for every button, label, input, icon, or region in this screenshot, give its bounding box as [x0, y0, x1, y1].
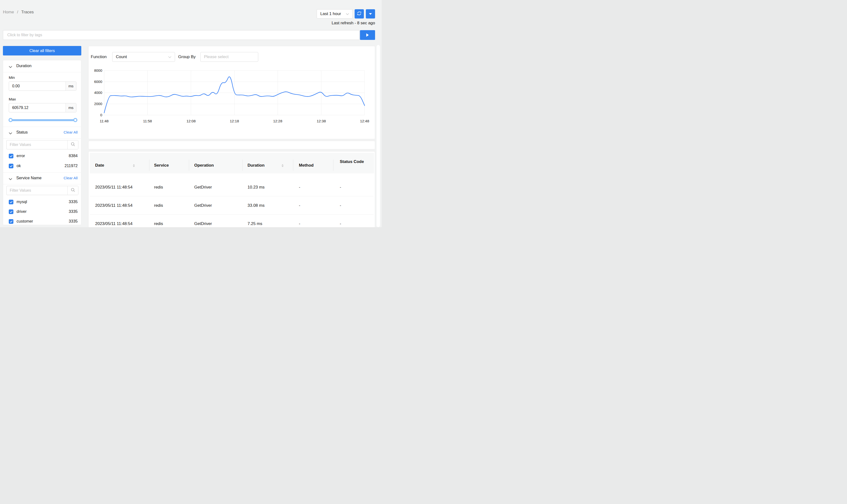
breadcrumb-current: Traces	[21, 10, 34, 14]
count-line-chart	[89, 46, 375, 139]
status-panel-title: Status	[16, 130, 28, 134]
service-filter-group	[6, 186, 78, 195]
traces-table-card: Date Service Operation Duration Method S…	[88, 151, 375, 227]
y-tick: 0	[90, 113, 102, 117]
mysql-checkbox[interactable]	[9, 200, 13, 204]
spacer-bar	[88, 141, 375, 149]
service-clear-all-link[interactable]: Clear All	[64, 176, 78, 180]
status-filter-input[interactable]	[6, 140, 67, 149]
tag-filter-input[interactable]	[3, 31, 359, 40]
column-header-duration[interactable]: Duration	[248, 162, 284, 169]
chart-gridlines	[104, 71, 365, 115]
cell-method: -	[299, 221, 300, 226]
duration-min-label: Min	[9, 75, 15, 80]
y-tick: 8000	[90, 68, 102, 72]
duration-max-group: ms	[9, 103, 76, 112]
driver-checkbox[interactable]	[9, 210, 13, 214]
column-label: Service	[154, 163, 169, 167]
column-label: Method	[299, 163, 314, 167]
service-item-count: 3335	[69, 209, 78, 214]
refresh-options-button[interactable]	[366, 9, 375, 18]
status-panel-header[interactable]: Status Clear All	[3, 127, 81, 139]
cell-service: redis	[154, 185, 163, 190]
duration-min-input[interactable]	[9, 82, 66, 90]
column-label: Status Code	[340, 159, 364, 164]
breadcrumb: Home / Traces	[3, 10, 34, 15]
duration-panel-header[interactable]: Duration	[3, 60, 81, 72]
column-header-status-code: Status Code	[340, 158, 367, 165]
tag-filter-bar	[3, 30, 359, 40]
status-item-label: ok	[17, 163, 21, 168]
search-icon	[71, 188, 75, 193]
duration-slider-handle-max[interactable]	[73, 118, 77, 122]
status-item-count: 211972	[65, 163, 78, 168]
sort-icon[interactable]	[282, 164, 284, 167]
y-tick: 6000	[90, 79, 102, 84]
duration-max-input[interactable]	[9, 103, 66, 112]
duration-max-unit: ms	[66, 103, 76, 112]
column-header-method: Method	[299, 162, 314, 169]
x-tick: 12:28	[269, 119, 286, 123]
breadcrumb-separator: /	[17, 10, 18, 14]
cell-method: -	[299, 185, 300, 190]
status-clear-all-link[interactable]: Clear All	[64, 130, 78, 134]
status-item-count: 8384	[69, 154, 78, 158]
status-search-button[interactable]	[67, 140, 78, 149]
column-header-service: Service	[154, 162, 169, 169]
service-item-count: 3335	[69, 199, 78, 204]
refresh-icon	[356, 11, 362, 17]
status-item-label: error	[17, 154, 25, 158]
service-item-count: 3335	[69, 219, 78, 223]
duration-panel-title: Duration	[16, 64, 31, 68]
duration-slider[interactable]	[11, 119, 75, 121]
last-refresh-text: Last refresh - 8 sec ago	[332, 21, 375, 25]
y-tick: 2000	[90, 102, 102, 106]
chevron-down-icon	[346, 12, 349, 16]
cell-status-code: -	[340, 203, 341, 208]
duration-min-unit: ms	[66, 82, 76, 90]
traces-page: Home / Traces Last 1 hour Last refresh -…	[0, 0, 382, 227]
cell-status-code: -	[340, 221, 341, 226]
x-tick: 11:58	[139, 119, 156, 123]
cell-method: -	[299, 203, 300, 208]
cell-date: 2023/05/11 11:48:54	[95, 203, 133, 208]
service-name-panel-header[interactable]: Service Name Clear All	[3, 173, 81, 184]
cell-status-code: -	[340, 185, 341, 190]
run-filter-button[interactable]	[360, 30, 375, 40]
service-filter-input[interactable]	[6, 186, 67, 195]
sort-icon[interactable]	[133, 164, 135, 167]
cell-duration: 7.25 ms	[248, 221, 262, 226]
time-range-select[interactable]: Last 1 hour	[317, 9, 353, 18]
x-tick: 12:08	[182, 119, 199, 123]
x-tick: 12:38	[313, 119, 330, 123]
error-checkbox[interactable]	[9, 154, 13, 158]
time-range-value: Last 1 hour	[320, 12, 341, 16]
play-icon	[366, 33, 369, 37]
scrollbar-track[interactable]	[376, 45, 380, 227]
clear-all-filters-button[interactable]: Clear all filters	[3, 46, 81, 55]
filters-panel: Duration Min ms Max ms Status Clear All	[3, 60, 81, 225]
refresh-button[interactable]	[355, 9, 364, 18]
clear-all-filters-label: Clear all filters	[30, 49, 55, 53]
column-label: Duration	[248, 163, 265, 167]
column-header-operation: Operation	[194, 162, 214, 169]
service-item-label: mysql	[17, 199, 27, 204]
y-tick: 4000	[90, 90, 102, 95]
duration-slider-handle-min[interactable]	[8, 118, 13, 122]
x-tick: 12:48	[356, 119, 373, 123]
cell-service: redis	[154, 221, 163, 226]
service-search-button[interactable]	[67, 186, 78, 195]
x-tick: 12:18	[226, 119, 243, 123]
column-header-date[interactable]: Date	[95, 162, 135, 169]
chevron-down-icon	[9, 177, 12, 181]
status-filter-group	[6, 140, 78, 149]
chart-card: Function Count Group By Please select	[88, 46, 375, 139]
service-name-panel-title: Service Name	[16, 176, 42, 180]
column-label: Operation	[194, 163, 214, 167]
customer-checkbox[interactable]	[9, 219, 13, 224]
cell-duration: 10.23 ms	[248, 185, 265, 190]
breadcrumb-home[interactable]: Home	[3, 10, 14, 14]
service-item-label: driver	[17, 209, 27, 214]
x-tick: 11:48	[96, 119, 113, 123]
ok-checkbox[interactable]	[9, 164, 13, 168]
